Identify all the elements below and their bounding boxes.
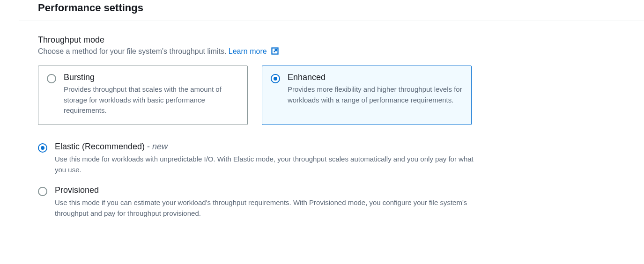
learn-more-label: Learn more — [229, 47, 267, 55]
performance-settings-heading: Performance settings — [38, 2, 625, 14]
throughput-tile-enhanced[interactable]: Enhanced Provides more flexibility and h… — [262, 66, 472, 125]
throughput-mode-help: Choose a method for your file system's t… — [38, 47, 625, 57]
elastic-desc: Use this mode for workloads with unpredi… — [55, 154, 486, 176]
enhanced-title: Enhanced — [288, 73, 463, 82]
elastic-new-tag: new — [152, 142, 168, 151]
learn-more-link[interactable]: Learn more — [229, 47, 279, 55]
radio-icon — [38, 187, 47, 196]
bursting-desc: Provides throughput that scales with the… — [64, 84, 239, 116]
throughput-mode-tiles: Bursting Provides throughput that scales… — [38, 66, 625, 125]
radio-icon — [38, 143, 47, 153]
radio-icon — [47, 74, 56, 83]
submode-option-provisioned[interactable]: Provisioned Use this mode if you can est… — [38, 185, 488, 219]
throughput-tile-bursting[interactable]: Bursting Provides throughput that scales… — [38, 66, 248, 125]
radio-icon — [271, 74, 280, 83]
provisioned-desc: Use this mode if you can estimate your w… — [55, 197, 486, 219]
throughput-help-text: Choose a method for your file system's t… — [38, 47, 229, 55]
elastic-suffix-dash: - — [145, 142, 152, 151]
external-link-icon — [271, 47, 279, 57]
submode-option-elastic[interactable]: Elastic (Recommended) - new Use this mod… — [38, 142, 488, 176]
throughput-mode-heading: Throughput mode — [38, 35, 625, 45]
bursting-title: Bursting — [64, 73, 239, 82]
enhanced-desc: Provides more flexibility and higher thr… — [288, 84, 463, 105]
enhanced-submode-group: Elastic (Recommended) - new Use this mod… — [38, 142, 488, 219]
elastic-title: Elastic (Recommended) — [55, 142, 145, 151]
provisioned-title: Provisioned — [55, 185, 486, 195]
